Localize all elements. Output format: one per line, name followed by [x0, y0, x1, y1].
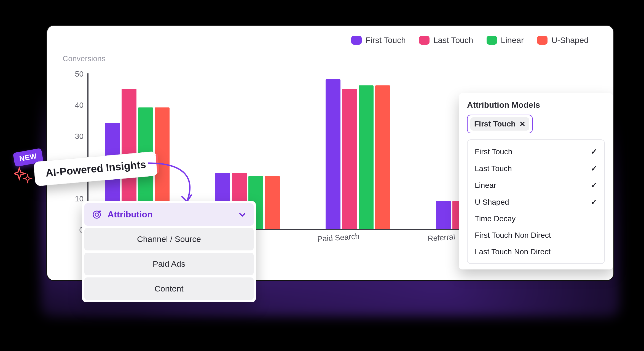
- legend-item[interactable]: Last Touch: [419, 36, 473, 45]
- target-icon: [92, 210, 101, 219]
- check-icon: ✓: [591, 164, 597, 173]
- y-tick: 50: [75, 70, 84, 79]
- model-option[interactable]: Last Touch Non Direct: [470, 244, 602, 260]
- close-icon[interactable]: ✕: [519, 120, 525, 128]
- bar[interactable]: [342, 89, 357, 229]
- attribution-models-title: Attribution Models: [467, 100, 605, 110]
- check-icon: ✓: [591, 181, 597, 190]
- bar[interactable]: [359, 85, 374, 229]
- model-option[interactable]: Linear✓: [470, 177, 602, 194]
- attribution-menu-item[interactable]: Paid Ads: [84, 253, 254, 275]
- legend-swatch: [487, 36, 497, 45]
- model-option-label: U Shaped: [475, 198, 509, 207]
- bar[interactable]: [326, 79, 340, 229]
- legend-label: First Touch: [366, 36, 406, 45]
- x-tick-label: Referral: [427, 233, 455, 243]
- check-icon: ✓: [591, 147, 597, 156]
- model-option-label: Last Touch Non Direct: [475, 247, 551, 256]
- attribution-models-panel: Attribution Models First Touch ✕ First T…: [459, 93, 613, 269]
- legend-swatch: [537, 36, 548, 45]
- bar[interactable]: [436, 201, 451, 229]
- legend-item[interactable]: First Touch: [351, 36, 406, 45]
- bar-group: [326, 79, 390, 229]
- models-dropdown: First Touch✓Last Touch✓Linear✓U Shaped✓T…: [467, 139, 605, 264]
- model-option[interactable]: Last Touch✓: [470, 160, 602, 177]
- model-option[interactable]: First Touch Non Direct: [470, 227, 602, 244]
- model-option[interactable]: U Shaped✓: [470, 194, 602, 210]
- model-option[interactable]: First Touch✓: [470, 143, 602, 160]
- bar[interactable]: [375, 85, 390, 229]
- legend-swatch: [351, 36, 362, 45]
- attribution-menu-label: Attribution: [108, 209, 153, 220]
- legend-label: Last Touch: [433, 36, 473, 45]
- x-tick-label: Paid Search: [317, 232, 359, 244]
- attribution-menu-item[interactable]: Channel / Source: [84, 228, 254, 250]
- legend-label: U-Shaped: [551, 36, 589, 45]
- legend-item[interactable]: U-Shaped: [537, 36, 589, 45]
- selected-chip-wrap[interactable]: First Touch ✕: [467, 115, 533, 133]
- selected-model-chip[interactable]: First Touch ✕: [470, 117, 529, 131]
- legend-swatch: [419, 36, 430, 45]
- check-icon: ✓: [591, 198, 597, 207]
- model-option-label: Time Decay: [475, 214, 516, 223]
- chevron-down-icon: [239, 211, 246, 218]
- sparkle-icon: [14, 165, 36, 187]
- svg-point-1: [95, 213, 98, 216]
- model-option[interactable]: Time Decay: [470, 210, 602, 227]
- y-tick: 40: [75, 101, 84, 110]
- y-tick: 30: [75, 132, 84, 141]
- attribution-menu-header[interactable]: Attribution: [84, 203, 254, 226]
- legend-item[interactable]: Linear: [487, 36, 524, 45]
- legend-label: Linear: [501, 36, 524, 45]
- chart-legend: First TouchLast TouchLinearU-Shaped: [61, 36, 600, 45]
- model-option-label: First Touch: [475, 147, 512, 156]
- y-axis-title: Conversions: [63, 54, 600, 63]
- attribution-menu-item[interactable]: Content: [84, 277, 254, 300]
- attribution-menu: Attribution Channel / SourcePaid AdsCont…: [82, 201, 256, 302]
- bar[interactable]: [265, 176, 280, 229]
- model-option-label: Last Touch: [475, 164, 512, 173]
- model-option-label: First Touch Non Direct: [475, 231, 551, 240]
- model-option-label: Linear: [475, 181, 496, 190]
- y-tick: 10: [75, 195, 84, 203]
- selected-model-chip-label: First Touch: [474, 120, 516, 128]
